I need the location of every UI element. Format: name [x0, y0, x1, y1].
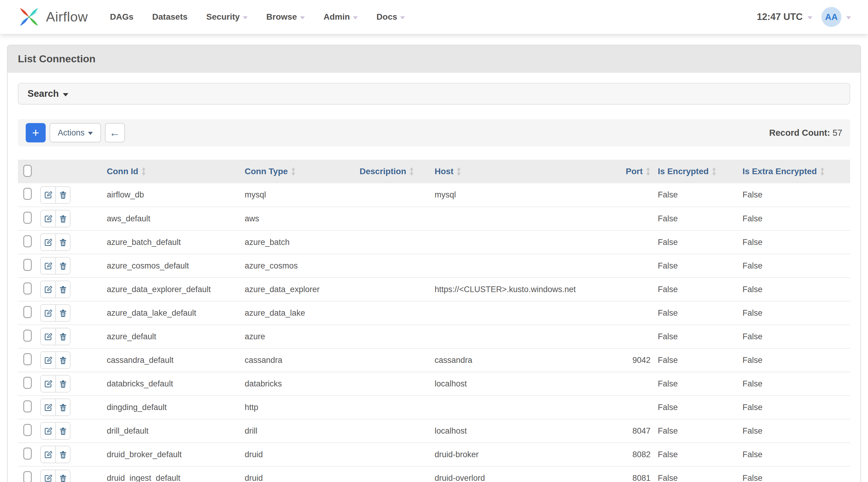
edit-button[interactable]: [41, 470, 55, 482]
nav-item-security[interactable]: Security: [197, 12, 257, 22]
nav-item-datasets[interactable]: Datasets: [143, 12, 197, 22]
delete-button[interactable]: [55, 258, 70, 274]
delete-button[interactable]: [55, 470, 70, 482]
row-checkbox[interactable]: [23, 400, 32, 413]
delete-button[interactable]: [55, 376, 70, 392]
host-cell: https://<CLUSTER>.kusto.windows.net: [431, 278, 600, 301]
column-header-host[interactable]: Host: [431, 160, 600, 183]
conn-type-cell: mysql: [241, 183, 356, 207]
row-checkbox[interactable]: [23, 259, 32, 271]
panel-body: Search + Actions ← Record Count: 57: [7, 72, 861, 482]
table-row: databricks_default databricks localhost …: [18, 372, 850, 395]
record-count: Record Count: 57: [769, 128, 842, 138]
edit-button[interactable]: [41, 423, 55, 439]
row-actions: [40, 470, 70, 482]
edit-button[interactable]: [41, 399, 55, 415]
trash-icon: [59, 356, 67, 365]
edit-button[interactable]: [41, 446, 55, 463]
column-header-description[interactable]: Description: [356, 160, 431, 183]
delete-button[interactable]: [55, 187, 70, 203]
timezone-dropdown[interactable]: 12:47 UTC: [757, 11, 812, 22]
table-row: cassandra_default cassandra cassandra 90…: [18, 348, 850, 372]
port-cell: [600, 278, 654, 301]
record-count-value: 57: [833, 128, 842, 137]
edit-button[interactable]: [41, 305, 55, 321]
row-checkbox[interactable]: [23, 212, 32, 224]
edit-button[interactable]: [41, 376, 55, 392]
is-extra-encrypted-cell: False: [739, 301, 850, 325]
sort-icon: [141, 167, 146, 176]
row-checkbox[interactable]: [23, 235, 32, 247]
brand-link[interactable]: Airflow: [17, 5, 88, 29]
is-extra-encrypted-cell: False: [739, 325, 850, 348]
row-checkbox[interactable]: [23, 188, 32, 200]
edit-icon: [44, 285, 53, 294]
row-checkbox[interactable]: [23, 306, 32, 318]
column-header-is-encrypted[interactable]: Is Encrypted: [654, 160, 739, 183]
back-button[interactable]: ←: [105, 123, 125, 142]
column-header-is-extra-encrypted[interactable]: Is Extra Encrypted: [739, 160, 850, 183]
column-header-conn-type[interactable]: Conn Type: [241, 160, 356, 183]
is-extra-encrypted-cell: False: [739, 183, 850, 207]
nav-item-browse[interactable]: Browse: [257, 12, 314, 22]
delete-button[interactable]: [55, 446, 70, 463]
actions-button[interactable]: Actions: [50, 123, 101, 142]
host-cell: [431, 301, 600, 325]
edit-button[interactable]: [41, 281, 55, 297]
delete-button[interactable]: [55, 281, 70, 297]
row-checkbox[interactable]: [23, 471, 32, 482]
row-checkbox[interactable]: [23, 282, 32, 294]
edit-button[interactable]: [41, 211, 55, 227]
table-row: azure_cosmos_default azure_cosmos False …: [18, 254, 850, 278]
nav-item-admin[interactable]: Admin: [314, 12, 367, 22]
sort-icon: [712, 167, 716, 176]
delete-button[interactable]: [55, 423, 70, 439]
conn-type-cell: databricks: [241, 372, 356, 395]
delete-button[interactable]: [55, 234, 70, 250]
edit-button[interactable]: [41, 352, 55, 368]
edit-icon: [44, 214, 53, 223]
sort-icon: [409, 167, 414, 176]
row-actions: [40, 281, 70, 298]
conn-id-cell: druid_ingest_default: [103, 466, 241, 482]
edit-button[interactable]: [41, 328, 55, 345]
search-dropdown[interactable]: Search: [18, 83, 850, 105]
trash-icon: [59, 427, 67, 436]
column-header-port[interactable]: Port: [600, 160, 654, 183]
row-checkbox[interactable]: [23, 330, 32, 342]
is-encrypted-cell: False: [654, 207, 739, 230]
row-checkbox[interactable]: [23, 448, 32, 460]
edit-button[interactable]: [41, 187, 55, 203]
delete-button[interactable]: [55, 399, 70, 415]
edit-button[interactable]: [41, 234, 55, 250]
header-label: Conn Id: [107, 167, 138, 176]
delete-button[interactable]: [55, 305, 70, 321]
column-header-conn-id[interactable]: Conn Id: [103, 160, 241, 183]
description-cell: [356, 395, 431, 419]
add-record-button[interactable]: +: [26, 123, 46, 142]
is-encrypted-cell: False: [654, 348, 739, 372]
row-actions: [40, 210, 70, 227]
description-cell: [356, 183, 431, 207]
conn-type-cell: aws: [241, 207, 356, 230]
nav-item-dags[interactable]: DAGs: [101, 12, 143, 22]
host-cell: localhost: [431, 372, 600, 395]
select-all-checkbox[interactable]: [23, 165, 32, 177]
user-menu[interactable]: AA: [822, 7, 851, 27]
host-cell: [431, 254, 600, 278]
row-checkbox[interactable]: [23, 377, 32, 389]
port-cell: [600, 301, 654, 325]
row-checkbox[interactable]: [23, 424, 32, 436]
nav-label: Security: [206, 12, 240, 22]
delete-button[interactable]: [55, 328, 70, 345]
delete-button[interactable]: [55, 211, 70, 227]
nav-item-docs[interactable]: Docs: [367, 12, 414, 22]
is-encrypted-cell: False: [654, 419, 739, 443]
row-checkbox[interactable]: [23, 353, 32, 365]
edit-button[interactable]: [41, 258, 55, 274]
is-encrypted-cell: False: [654, 466, 739, 482]
description-cell: [356, 466, 431, 482]
conn-type-cell: drill: [241, 419, 356, 443]
row-actions: [40, 446, 70, 463]
delete-button[interactable]: [55, 352, 70, 368]
